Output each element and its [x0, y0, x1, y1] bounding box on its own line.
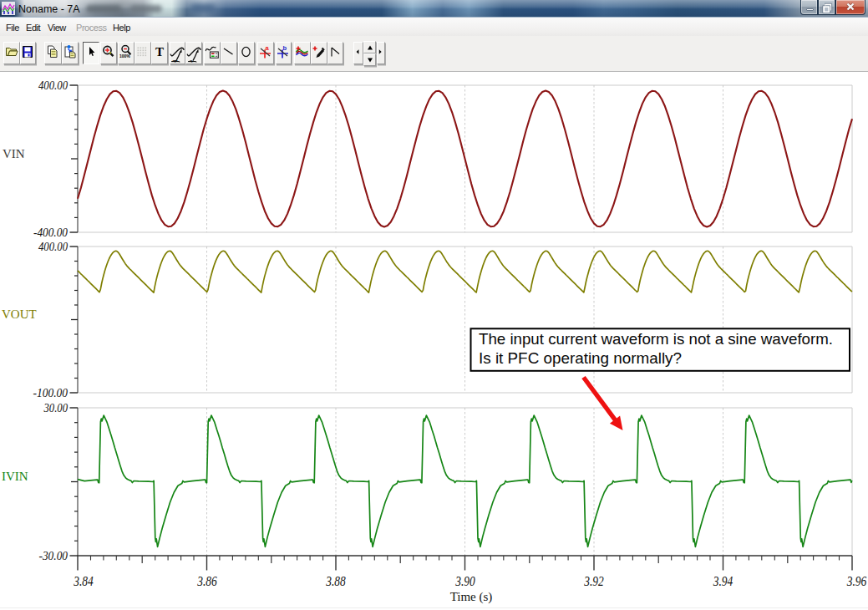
- svg-text:Is it PFC operating normally?: Is it PFC operating normally?: [479, 349, 682, 367]
- svg-text:3.84: 3.84: [73, 573, 93, 589]
- svg-text:-100.00: -100.00: [33, 386, 69, 399]
- svg-text:-400.00: -400.00: [33, 226, 69, 239]
- svg-text:3.88: 3.88: [325, 573, 346, 589]
- svg-text:VOUT: VOUT: [2, 308, 37, 321]
- svg-text:3.86: 3.86: [196, 573, 217, 589]
- svg-text:3.92: 3.92: [583, 573, 603, 589]
- svg-text:The input current waveform is: The input current waveform is not a sine…: [479, 330, 833, 348]
- svg-text:3.90: 3.90: [454, 573, 475, 589]
- svg-text:VIN: VIN: [3, 147, 25, 160]
- svg-text:3.94: 3.94: [713, 573, 733, 589]
- svg-text:400.00: 400.00: [38, 79, 69, 92]
- svg-text:3.96: 3.96: [846, 573, 867, 589]
- svg-text:30.00: 30.00: [43, 401, 69, 414]
- svg-text:-30.00: -30.00: [39, 549, 69, 562]
- svg-text:400.00: 400.00: [38, 240, 69, 253]
- svg-text:Time (s): Time (s): [450, 590, 493, 604]
- svg-text:IVIN: IVIN: [2, 470, 28, 483]
